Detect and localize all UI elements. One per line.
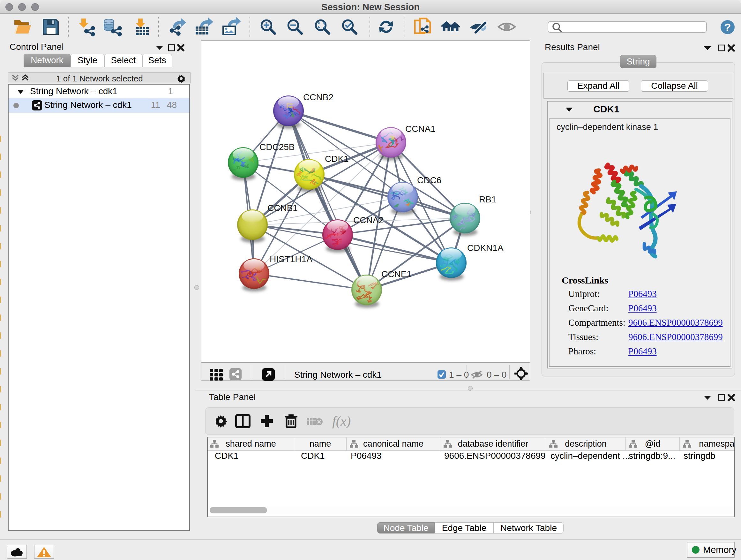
svg-text:CDKN1A: CDKN1A	[467, 243, 503, 253]
svg-text:?: ?	[724, 21, 731, 33]
svg-text:CCNB1: CCNB1	[267, 203, 298, 213]
svg-text:CCNE1: CCNE1	[381, 269, 412, 279]
svg-text:RB1: RB1	[479, 194, 496, 204]
svg-text:f(x): f(x)	[332, 414, 351, 429]
svg-text:CDC25B: CDC25B	[259, 142, 294, 152]
svg-text:HIST1H1A: HIST1H1A	[270, 254, 313, 264]
svg-text:CDK1: CDK1	[325, 154, 349, 164]
svg-text:CCNA1: CCNA1	[405, 124, 435, 134]
svg-text:CDC6: CDC6	[417, 175, 441, 185]
svg-text:CCNB2: CCNB2	[303, 92, 333, 102]
svg-text:CCNA2: CCNA2	[353, 215, 384, 225]
